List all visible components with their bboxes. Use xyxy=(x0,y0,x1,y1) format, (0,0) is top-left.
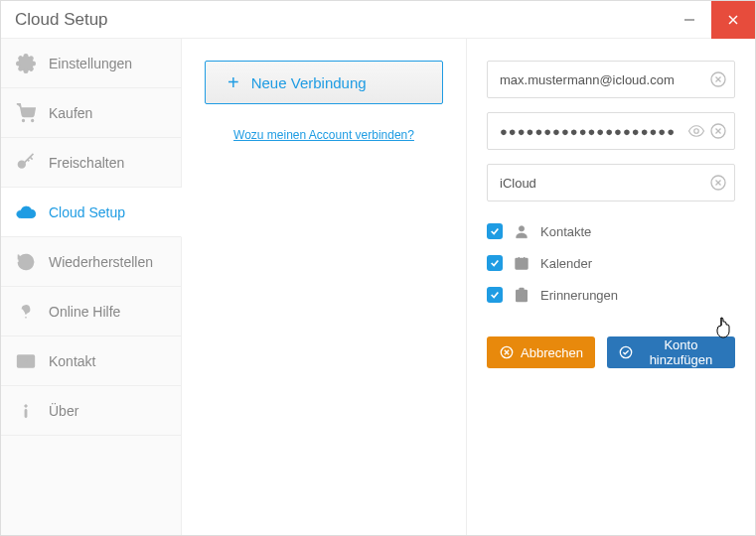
restore-icon xyxy=(15,251,37,273)
service-input[interactable] xyxy=(487,164,735,201)
why-connect-link[interactable]: Wozu meinen Account verbinden? xyxy=(233,128,414,142)
button-row: Abbrechen Konto hinzufügen xyxy=(487,336,735,368)
sync-options: Kontakte Kalender xyxy=(487,215,735,311)
sidebar-item-about[interactable]: Über xyxy=(1,386,181,436)
sidebar-item-label: Wiederherstellen xyxy=(49,254,153,270)
svg-point-14 xyxy=(694,129,699,134)
sidebar-item-contact[interactable]: Kontakt xyxy=(1,336,181,386)
clear-service-icon[interactable] xyxy=(709,174,727,192)
minimize-button[interactable] xyxy=(668,1,711,39)
email-row xyxy=(487,61,735,98)
info-icon xyxy=(15,400,37,422)
sidebar-item-buy[interactable]: Kaufen xyxy=(1,88,181,138)
calendar-checkbox[interactable] xyxy=(487,255,503,271)
sidebar-item-cloud-setup[interactable]: Cloud Setup xyxy=(1,188,182,237)
confirm-label: Konto hinzufügen xyxy=(639,337,723,367)
new-connection-button[interactable]: + Neue Verbindung xyxy=(205,61,443,104)
service-row xyxy=(487,164,735,201)
svg-point-21 xyxy=(519,226,524,231)
cancel-icon xyxy=(499,344,515,360)
svg-rect-27 xyxy=(520,288,524,291)
reminders-checkbox[interactable] xyxy=(487,287,503,303)
key-icon xyxy=(15,152,37,174)
contacts-icon xyxy=(513,222,530,240)
sidebar-item-label: Einstellungen xyxy=(49,56,132,71)
sidebar-item-unlock[interactable]: Freischalten xyxy=(1,138,181,188)
password-row xyxy=(487,112,735,150)
cancel-label: Abbrechen xyxy=(521,345,583,360)
svg-rect-22 xyxy=(516,258,528,269)
sync-label: Kontakte xyxy=(540,224,591,239)
window-title: Cloud Setup xyxy=(15,10,668,30)
show-password-icon[interactable] xyxy=(687,122,705,140)
sidebar-item-label: Cloud Setup xyxy=(49,204,125,220)
clear-password-icon[interactable] xyxy=(709,122,727,140)
svg-point-9 xyxy=(25,404,28,407)
sidebar-item-label: Freischalten xyxy=(49,155,124,171)
sync-calendar-row: Kalender xyxy=(487,247,735,279)
cloud-icon xyxy=(15,201,37,223)
confirm-icon xyxy=(619,344,633,360)
svg-point-5 xyxy=(32,119,34,121)
new-connection-label: Neue Verbindung xyxy=(251,74,367,91)
help-icon xyxy=(15,301,37,323)
svg-point-6 xyxy=(19,161,26,168)
sidebar-item-label: Online Hilfe xyxy=(49,304,120,320)
sidebar: Einstellungen Kaufen Freischalten Cloud … xyxy=(1,39,182,535)
mail-icon xyxy=(15,350,37,372)
sidebar-item-label: Kaufen xyxy=(49,105,92,121)
calendar-icon xyxy=(513,254,530,272)
sidebar-item-label: Über xyxy=(49,403,78,419)
gear-icon xyxy=(15,53,37,74)
reminders-icon xyxy=(513,286,530,304)
connections-panel: + Neue Verbindung Wozu meinen Account ve… xyxy=(182,39,467,535)
plus-icon: + xyxy=(227,71,239,94)
svg-point-4 xyxy=(23,119,25,121)
sidebar-item-label: Kontakt xyxy=(49,353,95,369)
sync-label: Erinnerungen xyxy=(540,288,618,303)
contacts-checkbox[interactable] xyxy=(487,223,503,239)
account-form: Kontakte Kalender xyxy=(467,39,755,535)
sidebar-item-restore[interactable]: Wiederherstellen xyxy=(1,237,181,287)
clear-email-icon[interactable] xyxy=(709,70,727,88)
sidebar-item-settings[interactable]: Einstellungen xyxy=(1,39,181,88)
sync-contacts-row: Kontakte xyxy=(487,215,735,247)
sync-label: Kalender xyxy=(540,256,592,271)
add-account-button[interactable]: Konto hinzufügen xyxy=(607,336,735,368)
sync-reminders-row: Erinnerungen xyxy=(487,279,735,311)
email-input[interactable] xyxy=(487,61,735,98)
sidebar-item-help[interactable]: Online Hilfe xyxy=(1,287,181,336)
cancel-button[interactable]: Abbrechen xyxy=(487,336,595,368)
close-button[interactable] xyxy=(711,1,755,39)
svg-rect-10 xyxy=(25,409,27,417)
svg-point-7 xyxy=(25,317,27,319)
titlebar: Cloud Setup xyxy=(1,1,755,39)
cart-icon xyxy=(15,102,37,124)
